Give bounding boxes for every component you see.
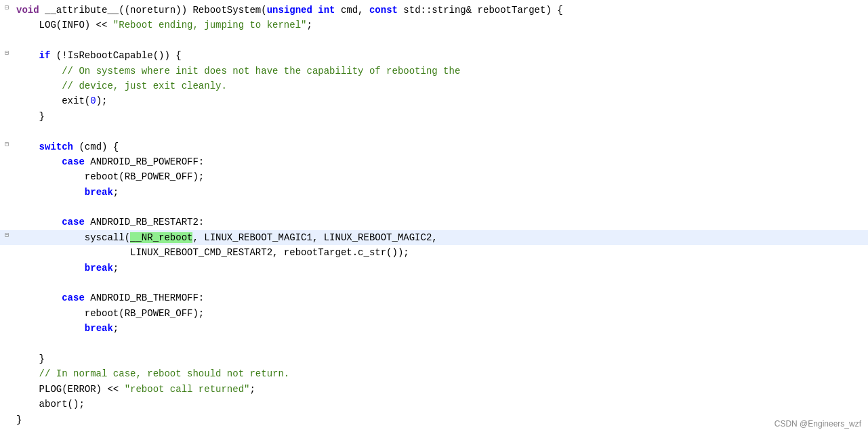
highlighted-token: __NR_reboot: [130, 232, 192, 243]
fold-icon[interactable]: ⊟: [5, 230, 9, 241]
code-token: ;: [113, 187, 119, 198]
code-line: case ANDROID_RB_POWEROFF:: [0, 154, 868, 169]
code-token: reboot(RB_POWER_OFF);: [16, 171, 204, 182]
code-token: ANDROID_RB_POWEROFF:: [85, 156, 204, 167]
code-token: ;: [306, 20, 312, 30]
code-token: [16, 263, 85, 274]
code-token: ;: [113, 323, 119, 334]
code-token: [16, 66, 62, 77]
code-content: case ANDROID_RB_THERMOFF:: [14, 290, 868, 305]
code-content: LINUX_REBOOT_CMD_RESTART2, rebootTarget.…: [14, 245, 868, 260]
code-token: LINUX_REBOOT_CMD_RESTART2, rebootTarget.…: [16, 247, 409, 258]
code-content: }: [14, 412, 868, 427]
code-line: ⊟ switch (cmd) {: [0, 139, 868, 154]
code-token: }: [16, 353, 45, 364]
code-token: syscall(: [16, 232, 130, 243]
code-line: // On systems where init does not have t…: [0, 64, 868, 79]
code-line: ⊟void __attribute__((noreturn)) RebootSy…: [0, 3, 868, 18]
code-token: reboot(RB_POWER_OFF);: [16, 308, 204, 319]
code-content: abort();: [14, 397, 868, 412]
code-content: break;: [14, 321, 868, 336]
code-token: (!IsRebootCapable()) {: [50, 50, 181, 61]
code-content: [14, 33, 868, 48]
code-token: case: [62, 292, 85, 303]
code-token: abort();: [16, 399, 85, 410]
fold-icon[interactable]: ⊟: [5, 139, 9, 150]
gutter-marker[interactable]: ⊟: [0, 48, 14, 59]
code-token: exit(: [16, 95, 90, 106]
code-token: LOG(INFO) <<: [16, 20, 113, 30]
code-token: void: [16, 5, 39, 16]
fold-icon[interactable]: ⊟: [5, 3, 9, 14]
code-token: [16, 141, 39, 152]
code-line: }: [0, 109, 868, 124]
code-token: ;: [249, 384, 255, 395]
code-token: break: [85, 323, 113, 334]
code-line: exit(0);: [0, 93, 868, 108]
code-content: syscall(__NR_reboot, LINUX_REBOOT_MAGIC1…: [14, 230, 868, 245]
code-token: "Reboot ending, jumping to kernel": [113, 20, 307, 30]
code-token: [16, 217, 62, 227]
code-content: // device, just exit cleanly.: [14, 79, 868, 93]
code-line: }: [0, 412, 868, 427]
code-token: int: [318, 5, 335, 16]
code-token: ;: [113, 263, 119, 274]
code-token: [16, 187, 85, 198]
code-content: [14, 200, 868, 215]
code-token: case: [62, 217, 85, 227]
code-line: ⊟ if (!IsRebootCapable()) {: [0, 48, 868, 63]
code-content: break;: [14, 261, 868, 276]
code-token: ANDROID_RB_RESTART2:: [85, 217, 204, 227]
code-line: abort();: [0, 397, 868, 412]
code-content: [14, 124, 868, 139]
code-line: // In normal case, reboot should not ret…: [0, 366, 868, 381]
code-content: case ANDROID_RB_POWEROFF:: [14, 154, 868, 169]
gutter-marker[interactable]: ⊟: [0, 139, 14, 150]
code-token: if: [39, 50, 51, 61]
code-content: PLOG(ERROR) << "reboot call returned";: [14, 382, 868, 397]
code-line: [0, 276, 868, 290]
code-content: [14, 336, 868, 351]
code-line: LINUX_REBOOT_CMD_RESTART2, rebootTarget.…: [0, 245, 868, 260]
code-content: // On systems where init does not have t…: [14, 64, 868, 79]
code-content: if (!IsRebootCapable()) {: [14, 48, 868, 63]
code-content: }: [14, 109, 868, 124]
code-content: break;: [14, 185, 868, 200]
code-content: exit(0);: [14, 93, 868, 108]
code-token: [16, 292, 62, 303]
code-content: case ANDROID_RB_RESTART2:: [14, 215, 868, 230]
code-token: [16, 50, 39, 61]
code-line: [0, 124, 868, 139]
code-line: break;: [0, 185, 868, 200]
code-line: reboot(RB_POWER_OFF);: [0, 306, 868, 321]
code-token: // device, just exit cleanly.: [62, 81, 227, 91]
code-token: "reboot call returned": [125, 384, 250, 395]
code-line: break;: [0, 261, 868, 276]
code-token: // In normal case, reboot should not ret…: [39, 368, 290, 379]
code-token: const: [369, 5, 398, 16]
code-content: void __attribute__((noreturn)) RebootSys…: [14, 3, 868, 18]
code-line: // device, just exit cleanly.: [0, 79, 868, 93]
code-line: [0, 200, 868, 215]
code-token: cmd,: [335, 5, 369, 16]
gutter-marker[interactable]: ⊟: [0, 3, 14, 14]
fold-icon[interactable]: ⊟: [5, 48, 9, 59]
code-line: PLOG(ERROR) << "reboot call returned";: [0, 382, 868, 397]
code-content: reboot(RB_POWER_OFF);: [14, 169, 868, 184]
code-token: 0: [90, 95, 96, 106]
code-token: [16, 323, 85, 334]
code-content: }: [14, 351, 868, 366]
code-container: ⊟void __attribute__((noreturn)) RebootSy…: [0, 0, 868, 436]
gutter-marker[interactable]: ⊟: [0, 230, 14, 241]
code-line: ⊟ syscall(__NR_reboot, LINUX_REBOOT_MAGI…: [0, 230, 868, 245]
code-content: [14, 276, 868, 290]
code-line: [0, 336, 868, 351]
code-token: );: [96, 95, 108, 106]
code-token: [16, 368, 39, 379]
code-line: case ANDROID_RB_RESTART2:: [0, 215, 868, 230]
code-token: break: [85, 187, 113, 198]
code-token: std::string& rebootTarget) {: [398, 5, 563, 16]
code-token: switch: [39, 141, 73, 152]
watermark: CSDN @Engineers_wzf: [774, 418, 861, 431]
code-token: , LINUX_REBOOT_MAGIC1, LINUX_REBOOT_MAGI…: [192, 232, 437, 243]
